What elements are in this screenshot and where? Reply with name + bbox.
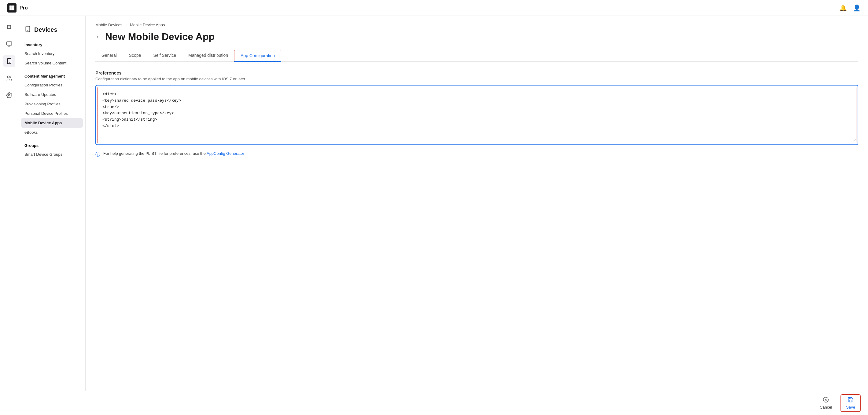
tab-managed-distribution[interactable]: Managed distribution (182, 50, 234, 62)
nav-section-content: Content Management Configuration Profile… (18, 70, 85, 137)
tab-scope[interactable]: Scope (123, 50, 147, 62)
nav-section-inventory: Inventory Search Inventory Search Volume… (18, 39, 85, 68)
sidebar-icon-dashboard[interactable]: ⊞ (3, 21, 15, 33)
sidebar-header-icon (25, 26, 31, 34)
breadcrumb-parent[interactable]: Mobile Devices (95, 23, 122, 27)
main-layout: ⊞ Devices Inventory Search Inventory Sea… (0, 16, 868, 415)
preferences-section: Preferences Configuration dictionary to … (95, 70, 858, 158)
nav-item-ebooks[interactable]: eBooks (18, 128, 85, 137)
sidebar-header: Devices (18, 21, 85, 36)
main-content: Mobile Devices ： Mobile Device Apps ← Ne… (86, 16, 868, 415)
section-title-content: Content Management (18, 70, 85, 80)
nav-item-config-profiles[interactable]: Configuration Profiles (18, 80, 85, 90)
breadcrumb-separator: ： (124, 22, 128, 28)
save-button[interactable]: Save (840, 394, 861, 412)
back-button[interactable]: ← (95, 33, 101, 40)
sidebar-title: Devices (34, 26, 58, 33)
save-icon (847, 397, 854, 404)
breadcrumb-current: Mobile Device Apps (130, 23, 165, 27)
svg-rect-1 (12, 5, 14, 7)
nav-item-smart-device-groups[interactable]: Smart Device Groups (18, 150, 85, 159)
preferences-code-editor[interactable]: <dict> <key>shared_device_passkeys</key>… (97, 87, 856, 142)
nav-section-groups: Groups Smart Device Groups (18, 140, 85, 159)
nav-item-personal-device-profiles[interactable]: Personal Device Profiles (18, 109, 85, 118)
svg-rect-0 (9, 5, 11, 7)
section-title-groups: Groups (18, 140, 85, 150)
sidebar-icon-devices[interactable] (3, 55, 15, 67)
nav-item-search-inventory[interactable]: Search Inventory (18, 49, 85, 58)
cancel-button[interactable]: Cancel (816, 395, 836, 411)
info-icon: ⓘ (95, 151, 100, 158)
page-title-row: ← New Mobile Device App (95, 31, 858, 42)
nav-item-search-volume[interactable]: Search Volume Content (18, 58, 85, 68)
code-editor-inner: <dict> <key>shared_device_passkeys</key>… (97, 87, 857, 143)
tabs-bar: General Scope Self Service Managed distr… (95, 50, 858, 62)
preferences-title: Preferences (95, 70, 858, 75)
appconfig-generator-link[interactable]: AppConfig Generator (207, 151, 244, 156)
svg-point-9 (7, 76, 9, 78)
svg-rect-4 (6, 42, 11, 45)
nav-item-mobile-device-apps[interactable]: Mobile Device Apps (21, 118, 83, 128)
info-text: For help generating the PLIST file for p… (103, 151, 244, 156)
nav-item-provisioning-profiles[interactable]: Provisioning Profiles (18, 99, 85, 109)
tab-general[interactable]: General (95, 50, 123, 62)
nav-sidebar: Devices Inventory Search Inventory Searc… (18, 16, 86, 415)
topbar-left: Pro (7, 3, 28, 12)
svg-rect-3 (12, 8, 14, 10)
icon-sidebar: ⊞ (0, 16, 18, 415)
section-title-inventory: Inventory (18, 39, 85, 49)
sidebar-icon-computer[interactable] (3, 38, 15, 50)
action-bar: Cancel Save (0, 391, 868, 415)
nav-item-software-updates[interactable]: Software Updates (18, 90, 85, 99)
topbar: Pro 🔔 👤 (0, 0, 868, 16)
preferences-description: Configuration dictionary to be applied t… (95, 77, 858, 81)
app-title: Pro (20, 5, 28, 11)
info-row: ⓘ For help generating the PLIST file for… (95, 151, 858, 158)
sidebar-icon-settings[interactable] (3, 89, 15, 101)
tab-app-configuration[interactable]: App Configuration (234, 50, 281, 62)
app-logo (7, 3, 17, 12)
breadcrumb: Mobile Devices ： Mobile Device Apps (95, 22, 858, 28)
topbar-right: 🔔 👤 (839, 4, 861, 11)
code-editor-wrapper: <dict> <key>shared_device_passkeys</key>… (95, 85, 858, 145)
svg-rect-2 (9, 8, 11, 10)
user-icon[interactable]: 👤 (853, 4, 861, 11)
sidebar-icon-users[interactable] (3, 72, 15, 84)
cancel-icon (823, 397, 829, 404)
svg-point-10 (8, 95, 10, 96)
notification-icon[interactable]: 🔔 (839, 4, 847, 11)
tab-self-service[interactable]: Self Service (147, 50, 183, 62)
page-title: New Mobile Device App (105, 31, 215, 42)
